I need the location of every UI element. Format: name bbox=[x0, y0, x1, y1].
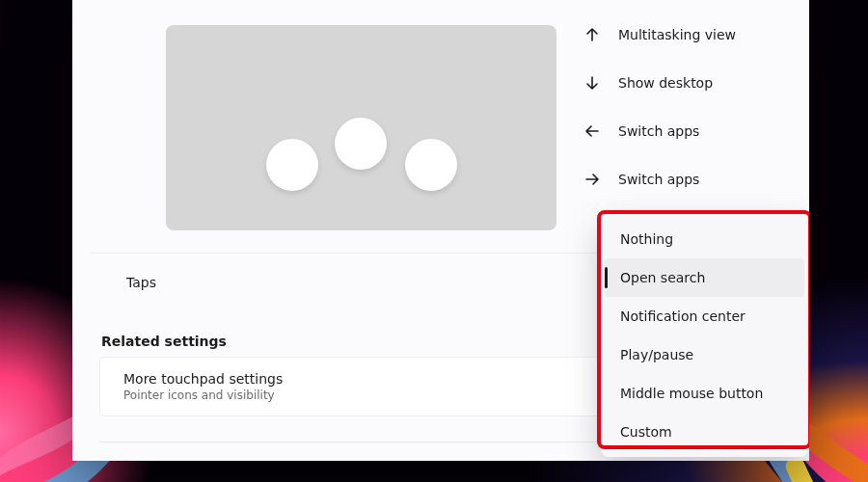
preview-finger-dot bbox=[405, 139, 457, 191]
gesture-label: Show desktop bbox=[618, 75, 713, 91]
dropdown-option-nothing[interactable]: Nothing bbox=[601, 220, 808, 258]
related-settings-header: Related settings bbox=[101, 334, 227, 349]
gesture-preview-panel bbox=[166, 25, 556, 230]
dropdown-option-play-pause[interactable]: Play/pause bbox=[601, 335, 808, 374]
dropdown-option-open-search[interactable]: Open search bbox=[605, 258, 804, 297]
settings-window: Multitasking view Show desktop Switch ap… bbox=[72, 0, 809, 461]
gesture-swipe-down[interactable]: Show desktop bbox=[583, 75, 796, 91]
gesture-swipe-up[interactable]: Multitasking view bbox=[583, 27, 796, 42]
taps-label: Taps bbox=[126, 275, 156, 290]
arrow-up-icon bbox=[583, 27, 601, 42]
gesture-label: Multitasking view bbox=[618, 27, 736, 42]
arrow-right-icon bbox=[583, 172, 601, 187]
gesture-swipe-left[interactable]: Switch apps bbox=[583, 123, 796, 139]
gesture-label: Switch apps bbox=[618, 172, 699, 187]
dropdown-option-notification[interactable]: Notification center bbox=[601, 297, 808, 335]
gesture-label: Switch apps bbox=[618, 123, 699, 139]
dropdown-option-middle-mouse[interactable]: Middle mouse button bbox=[601, 374, 808, 413]
gesture-swipe-right[interactable]: Switch apps bbox=[583, 172, 796, 187]
preview-finger-dot bbox=[266, 139, 318, 191]
gesture-action-dropdown[interactable]: Nothing Open search Notification center … bbox=[601, 214, 808, 457]
preview-finger-dot bbox=[335, 118, 387, 170]
gesture-action-list: Multitasking view Show desktop Switch ap… bbox=[583, 27, 796, 187]
dropdown-option-custom[interactable]: Custom bbox=[601, 413, 808, 451]
arrow-left-icon bbox=[583, 123, 601, 139]
arrow-down-icon bbox=[583, 75, 601, 91]
